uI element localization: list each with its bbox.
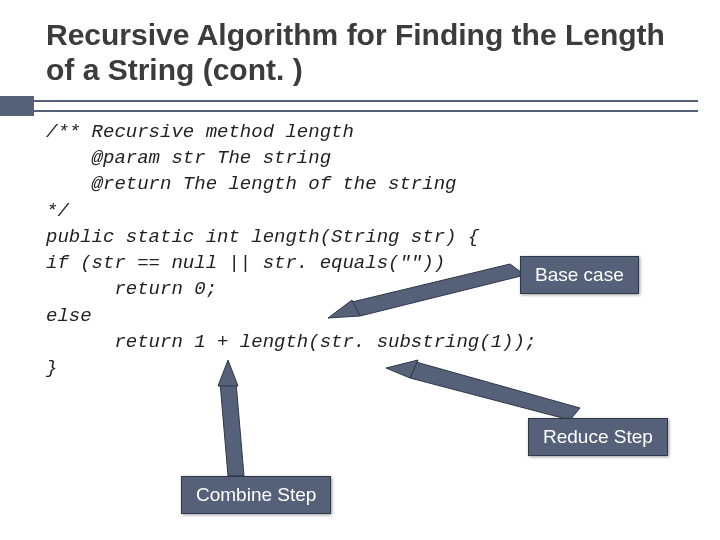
slide: Recursive Algorithm for Finding the Leng…: [0, 0, 720, 540]
code-line: }: [46, 355, 680, 381]
code-line: @return The length of the string: [46, 171, 680, 197]
accent-bar: [0, 96, 34, 116]
label-combine-step: Combine Step: [181, 476, 331, 514]
code-line: public static int length(String str) {: [46, 224, 680, 250]
slide-title: Recursive Algorithm for Finding the Leng…: [46, 18, 680, 87]
code-line: */: [46, 198, 680, 224]
code-block: /** Recursive method length @param str T…: [46, 119, 680, 381]
code-line: @param str The string: [46, 145, 680, 171]
code-line: return 1 + length(str. substring(1));: [46, 329, 680, 355]
arrow-combine-step: [220, 382, 244, 476]
code-line: /** Recursive method length: [46, 119, 680, 145]
label-base-case: Base case: [520, 256, 639, 294]
label-reduce-step: Reduce Step: [528, 418, 668, 456]
code-line: else: [46, 303, 680, 329]
accent-line: [34, 100, 698, 112]
